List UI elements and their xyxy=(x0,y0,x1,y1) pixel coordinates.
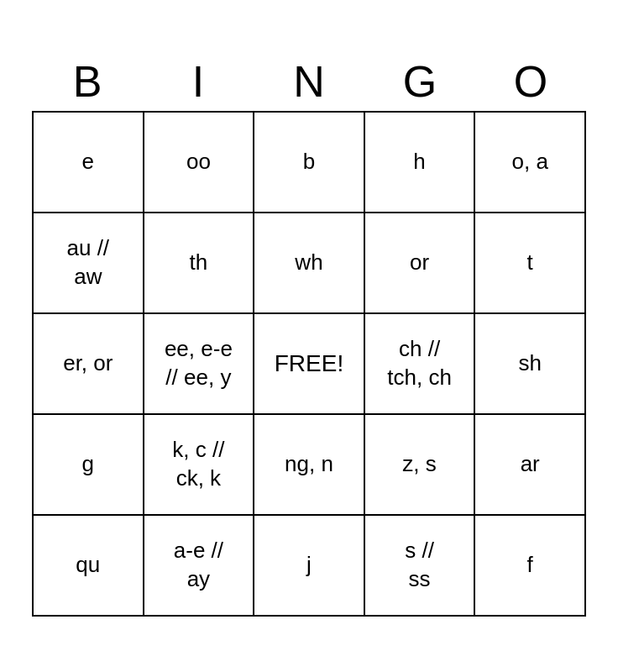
cell-r0-c4: o, a xyxy=(475,113,586,213)
cell-r3-c3: z, s xyxy=(365,415,476,516)
cell-r0-c0: e xyxy=(34,113,144,213)
cell-r2-c3: ch //tch, ch xyxy=(365,314,476,415)
cell-r1-c2: wh xyxy=(254,213,365,314)
cell-r4-c2: j xyxy=(254,516,365,617)
bingo-card: BINGO eoobho, aau //awthwhorter, oree, e… xyxy=(32,55,586,617)
cell-r4-c0: qu xyxy=(34,516,144,617)
cell-r0-c3: h xyxy=(365,113,476,213)
bingo-header: BINGO xyxy=(32,55,586,108)
cell-r2-c1: ee, e-e// ee, y xyxy=(144,314,255,415)
cell-r3-c2: ng, n xyxy=(254,415,365,516)
cell-r3-c0: g xyxy=(34,415,144,516)
cell-r0-c1: oo xyxy=(144,113,255,213)
cell-r4-c1: a-e //ay xyxy=(144,516,255,617)
cell-r0-c2: b xyxy=(254,113,365,213)
cell-r4-c3: s //ss xyxy=(365,516,476,617)
cell-r2-c0: er, or xyxy=(34,314,144,415)
cell-r3-c1: k, c //ck, k xyxy=(144,415,255,516)
cell-r1-c3: or xyxy=(365,213,476,314)
header-letter: O xyxy=(475,55,586,108)
header-letter: G xyxy=(364,55,475,108)
cell-r1-c4: t xyxy=(475,213,586,314)
header-letter: B xyxy=(32,55,143,108)
cell-r4-c4: f xyxy=(475,516,586,617)
cell-r2-c2: FREE! xyxy=(254,314,365,415)
header-letter: I xyxy=(143,55,254,108)
cell-r3-c4: ar xyxy=(475,415,586,516)
bingo-grid: eoobho, aau //awthwhorter, oree, e-e// e… xyxy=(32,111,586,617)
cell-r1-c1: th xyxy=(144,213,255,314)
cell-r2-c4: sh xyxy=(475,314,586,415)
cell-r1-c0: au //aw xyxy=(34,213,144,314)
header-letter: N xyxy=(254,55,364,108)
